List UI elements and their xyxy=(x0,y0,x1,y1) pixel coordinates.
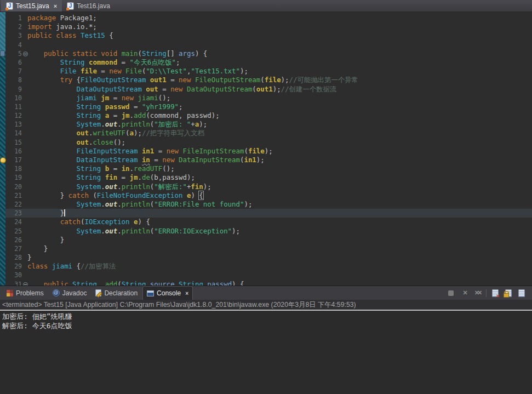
panel-tab-declaration[interactable]: Declaration xyxy=(91,286,141,300)
tab-label: Console xyxy=(157,289,181,297)
line-number[interactable]: 21 xyxy=(5,191,22,200)
code-text[interactable]: class jiami {//加密算法 xyxy=(27,262,116,271)
editor-tab-test15-java[interactable]: JTest15.java× xyxy=(1,0,62,12)
line-number[interactable]: 20 xyxy=(5,182,22,191)
line-number[interactable]: 6 xyxy=(5,58,22,67)
code-line: 17 DataInputStream in = new DataInputStr… xyxy=(0,156,532,164)
fold-gutter xyxy=(22,156,27,164)
line-number[interactable]: 9 xyxy=(5,85,22,94)
code-line: 3public class Test15 { xyxy=(0,31,532,40)
code-text[interactable]: System.out.println("加密后: "+a); xyxy=(27,120,207,129)
line-number[interactable]: 7 xyxy=(5,67,22,76)
line-number[interactable]: 30 xyxy=(5,271,22,279)
panel-tab-javadoc[interactable]: @Javadoc xyxy=(49,286,91,300)
line-number[interactable]: 15 xyxy=(5,138,22,147)
console-output[interactable]: 加密后: 佃妑”烍吼馦解密后: 今天6点吃饭 xyxy=(0,311,532,332)
fold-gutter xyxy=(22,94,27,102)
clear-console-button[interactable] xyxy=(491,289,500,298)
fold-marker[interactable] xyxy=(22,280,27,285)
code-text[interactable]: String passwd = "yhr1999"; xyxy=(27,102,183,111)
run-marker-icon[interactable] xyxy=(0,50,5,56)
line-number[interactable]: 3 xyxy=(5,31,22,40)
line-number[interactable]: 4 xyxy=(5,41,22,49)
line-number[interactable]: 29 xyxy=(5,262,22,271)
fold-marker[interactable] xyxy=(22,49,27,58)
line-number[interactable]: 2 xyxy=(5,22,22,31)
panel-tab-problems[interactable]: Problems xyxy=(3,286,48,300)
code-text[interactable]: out.close(); xyxy=(27,138,125,147)
line-number[interactable]: 22 xyxy=(5,200,22,209)
warning-bulb-icon[interactable] xyxy=(0,157,5,163)
code-text[interactable]: public class Test15 { xyxy=(27,31,113,40)
code-line: 4 xyxy=(0,41,532,49)
line-number[interactable]: 11 xyxy=(5,102,22,111)
code-line: 24 catch(IOException e) { xyxy=(0,218,532,226)
code-text[interactable]: out.writeUTF(a);//把字符串写入文档 xyxy=(27,129,204,138)
scroll-lock-icon xyxy=(505,289,512,297)
code-text[interactable]: public String add(String source,String p… xyxy=(27,280,244,285)
code-text[interactable]: DataOutputStream out = new DataOutputStr… xyxy=(27,85,336,94)
code-editor[interactable]: 1package Package1;2import java.io.*;3pub… xyxy=(0,12,532,285)
code-text[interactable]: DataInputStream in = new DataInputStream… xyxy=(27,156,265,164)
code-text[interactable]: } xyxy=(27,209,65,218)
code-text[interactable]: String fin = jm.de(b,passwd); xyxy=(27,173,195,182)
tab-close-icon[interactable]: × xyxy=(185,290,188,296)
fold-gutter xyxy=(22,173,27,182)
code-text[interactable]: package Package1; xyxy=(27,14,97,22)
code-text[interactable]: import java.io.*; xyxy=(27,22,97,31)
line-number[interactable]: 17 xyxy=(5,156,22,164)
tab-close-icon[interactable]: × xyxy=(54,3,57,9)
code-text[interactable]: } catch (FileNotFoundException e) { xyxy=(27,191,203,200)
line-number[interactable]: 13 xyxy=(5,120,22,129)
problems-icon xyxy=(7,290,13,296)
line-number[interactable]: 24 xyxy=(5,218,22,226)
code-text[interactable]: System.out.println("解密后:"+fin); xyxy=(27,182,211,191)
code-text[interactable]: String commond = "今天6点吃饭"; xyxy=(27,58,180,67)
line-number[interactable]: 8 xyxy=(5,76,22,84)
line-number[interactable]: 26 xyxy=(5,236,22,244)
line-number[interactable]: 16 xyxy=(5,147,22,156)
code-text[interactable]: String a = jm.add(commond, passwd); xyxy=(27,111,220,120)
code-text[interactable]: public static void main(String[] args) { xyxy=(27,49,207,58)
line-number[interactable]: 18 xyxy=(5,164,22,173)
line-number[interactable]: 25 xyxy=(5,227,22,236)
code-text[interactable]: FileInputStream in1 = new FileInputStrea… xyxy=(27,147,273,156)
line-number[interactable]: 1 xyxy=(5,14,22,22)
code-text[interactable]: } xyxy=(27,253,31,262)
code-text[interactable]: try {FileOutputStream out1 = new FileOut… xyxy=(27,76,358,84)
line-number[interactable]: 10 xyxy=(5,94,22,102)
code-line: 30 xyxy=(0,271,532,279)
line-number[interactable]: 19 xyxy=(5,173,22,182)
code-text[interactable]: } xyxy=(27,236,64,244)
java-file-icon: J xyxy=(6,2,13,10)
code-line: 9 DataOutputStream out = new DataOutputS… xyxy=(0,85,532,94)
line-number[interactable]: 14 xyxy=(5,129,22,138)
code-text[interactable]: jiami jm = new jiami(); xyxy=(27,94,170,102)
remove-all-launches-button[interactable]: ✕✕ xyxy=(473,289,482,298)
remove-launch-button[interactable]: ✕ xyxy=(460,289,468,298)
line-number[interactable]: 31 xyxy=(5,280,22,285)
code-text[interactable]: String b = in.readUTF(); xyxy=(27,164,175,173)
scroll-lock-button[interactable] xyxy=(504,289,513,298)
code-text[interactable]: } xyxy=(27,244,48,253)
fold-gutter xyxy=(22,164,27,173)
code-text[interactable]: System.out.println("ERROR:IOException"); xyxy=(27,227,240,236)
code-text[interactable]: catch(IOException e) { xyxy=(27,218,150,226)
line-number[interactable]: 27 xyxy=(5,244,22,253)
code-text[interactable]: System.out.println("ERROR:File not found… xyxy=(27,200,252,209)
code-line: 20 System.out.println("解密后:"+fin); xyxy=(0,182,532,191)
line-number[interactable]: 23 xyxy=(5,209,22,218)
editor-tab-test16-java[interactable]: JTest16.java xyxy=(62,0,115,12)
line-number[interactable]: 12 xyxy=(5,111,22,120)
terminate-button[interactable] xyxy=(447,289,455,298)
code-line: 14 out.writeUTF(a);//把字符串写入文档 xyxy=(0,129,532,138)
line-number[interactable]: 28 xyxy=(5,253,22,262)
code-text[interactable]: File file = new File("D:\\Test","Test15.… xyxy=(27,67,248,76)
code-area[interactable]: 1package Package1;2import java.io.*;3pub… xyxy=(0,14,532,285)
fold-gutter xyxy=(22,41,27,49)
javadoc-icon: @ xyxy=(53,289,60,296)
code-line: 12 String a = jm.add(commond, passwd); xyxy=(0,111,532,120)
pin-console-button[interactable] xyxy=(517,289,526,298)
line-number[interactable]: 5 xyxy=(5,49,22,58)
panel-tab-console[interactable]: Console× xyxy=(142,286,193,300)
